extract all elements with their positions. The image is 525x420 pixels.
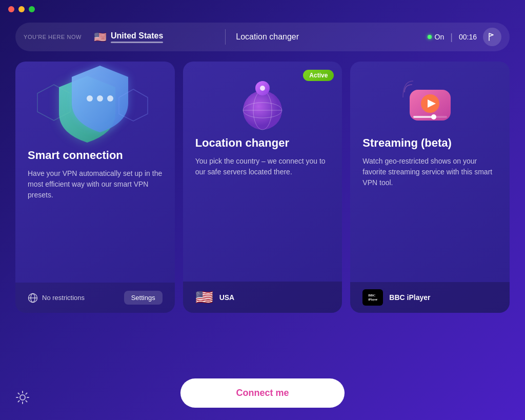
streaming-card-footer[interactable]: BBCiPlayer BBC iPlayer [350,282,510,313]
no-restrictions-label: No restrictions [28,293,85,303]
svg-point-1 [87,95,93,102]
smart-card-body: Smart connection Have your VPN automatic… [15,149,175,283]
svg-point-2 [107,95,113,102]
main-content: Smart connection Have your VPN automatic… [0,56,525,323]
close-button[interactable] [8,6,14,12]
bbc-logo-icon: BBCiPlayer [362,289,383,306]
status-right: On | 00:16 [428,28,501,46]
country-display[interactable]: United States [111,31,163,43]
country-flag-icon: 🇺🇸 [94,31,107,43]
divider-pipe: | [450,32,453,43]
timer-display: 00:16 [459,33,477,41]
location-card-desc: You pick the country – we connect you to… [195,156,330,177]
bottom-bar: Connect me [0,370,525,420]
svg-rect-18 [413,116,434,118]
no-restrictions-text: No restrictions [42,294,85,302]
shield-container [44,56,146,154]
smart-icon-area [15,62,175,149]
globe-pin-icon [234,77,291,133]
flag-icon [488,32,497,42]
bbc-iplayer-label: BBC iPlayer [389,293,430,302]
streaming-card: Streaming (beta) Watch geo-restricted sh… [350,62,510,313]
location-card-footer[interactable]: 🇺🇸 USA [183,282,342,313]
hex-front-icon [115,87,151,123]
streaming-card-desc: Watch geo-restricted shows on your favor… [362,156,497,188]
minimize-button[interactable] [18,6,25,12]
hex-back-icon [33,82,74,123]
usa-flag-icon: 🇺🇸 [195,289,213,306]
svg-point-20 [20,395,25,400]
location-icon-area [195,77,330,128]
changer-section: Location changer [236,32,427,42]
svg-marker-3 [37,85,70,121]
streaming-card-body: Streaming (beta) Watch geo-restricted sh… [350,62,510,282]
status-divider [225,29,226,45]
on-label: On [435,33,445,41]
on-indicator: On [428,33,445,41]
settings-button[interactable]: Settings [124,291,163,305]
flag-button[interactable] [483,28,501,46]
smart-card-footer: No restrictions Settings [15,283,175,313]
gear-icon [15,390,30,405]
streaming-icon [402,77,458,133]
green-dot-icon [428,35,432,39]
here-now-label: YOU'RE HERE NOW [24,34,82,40]
location-section: YOU'RE HERE NOW 🇺🇸 United States [24,31,215,43]
country-underline [111,42,163,43]
svg-point-19 [431,114,436,119]
svg-point-13 [260,86,265,91]
globe-icon [28,293,38,303]
changer-label: Location changer [236,32,299,42]
connect-button[interactable]: Connect me [180,378,345,408]
titlebar [0,0,525,18]
svg-point-0 [97,95,103,102]
location-card-title: Location changer [195,136,330,150]
smart-connection-card: Smart connection Have your VPN automatic… [15,62,175,313]
location-changer-card: Active [183,62,342,313]
settings-gear-button[interactable] [15,390,30,408]
smart-card-desc: Have your VPN automatically set up in th… [28,168,163,201]
footer-country-label: USA [219,293,235,302]
streaming-card-title: Streaming (beta) [362,136,497,150]
svg-marker-4 [119,89,148,121]
status-bar: YOU'RE HERE NOW 🇺🇸 United States Locatio… [15,23,510,51]
country-name: United States [111,31,163,40]
streaming-icon-area [362,77,497,128]
active-badge: Active [303,70,334,81]
fullscreen-button[interactable] [29,6,35,12]
location-card-body: Active [183,62,342,282]
